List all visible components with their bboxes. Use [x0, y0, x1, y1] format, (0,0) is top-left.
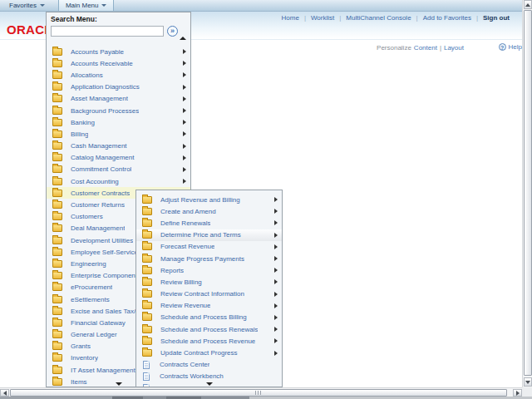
menu-item[interactable]: Asset Management — [47, 93, 190, 105]
folder-icon — [52, 272, 62, 279]
scrollbar-down-button[interactable] — [524, 377, 532, 387]
menu-item-label: Cost Accounting — [71, 178, 119, 185]
submenu-arrow-icon — [274, 327, 278, 332]
submenu-item[interactable]: Schedule and Process Renewals — [136, 323, 282, 335]
sign-out-link[interactable]: Sign out — [483, 14, 510, 22]
submenu-item[interactable]: Review Billing — [136, 276, 282, 288]
submenu-arrow-icon — [274, 268, 278, 273]
submenu-item-label: Contracts Center — [160, 361, 209, 368]
nav-link-home[interactable]: Home — [282, 14, 299, 22]
menu-item[interactable]: Banking — [47, 116, 190, 128]
nav-link-worklist[interactable]: Worklist — [311, 14, 334, 22]
menu-item[interactable]: Allocations — [47, 69, 190, 81]
menu-item[interactable]: Catalog Management — [47, 152, 190, 164]
submenu-item[interactable]: Manage Progress Payments — [136, 253, 282, 264]
nav-separator: | — [476, 14, 478, 22]
submenu-item[interactable]: Reports — [136, 264, 282, 276]
submenu-arrow-icon — [183, 167, 186, 172]
menu-scroll-up-icon[interactable] — [180, 37, 186, 40]
submenu-item[interactable]: Schedule and Process Billing — [136, 312, 282, 323]
menu-search-input[interactable] — [51, 26, 164, 37]
submenu-arrow-icon — [274, 303, 278, 308]
folder-icon — [52, 260, 62, 268]
submenu-item-label: Review Billing — [160, 278, 202, 286]
folder-icon — [142, 337, 152, 345]
menu-item[interactable]: Commitment Control — [47, 164, 190, 175]
vertical-scrollbar[interactable] — [522, 0, 532, 387]
folder-icon — [142, 290, 152, 298]
submenu-item[interactable]: Review Revenue — [136, 300, 282, 312]
horizontal-scrollbar-thumb[interactable] — [10, 389, 507, 397]
menu-item-label: Deal Management — [71, 224, 125, 232]
scrollbar-right-button[interactable] — [513, 389, 522, 397]
folder-icon — [52, 154, 62, 161]
submenu-item[interactable]: Adjust Revenue and Billing — [136, 194, 282, 205]
vertical-scrollbar-thumb[interactable] — [524, 10, 532, 376]
menu-item-label: Customers — [71, 213, 103, 220]
menu-item[interactable]: Cash Management — [47, 140, 190, 152]
menu-item[interactable]: Accounts Payable — [47, 46, 190, 57]
nav-link-add-to-favorites[interactable]: Add to Favorites — [423, 14, 471, 22]
submenu-arrow-icon — [183, 144, 186, 149]
menu-item-label: Commitment Control — [71, 165, 131, 173]
submenu-arrow-icon — [183, 49, 186, 54]
help-link[interactable]: ? Help — [499, 43, 522, 51]
menu-scroll-down-icon[interactable] — [116, 382, 122, 386]
folder-icon — [52, 131, 62, 138]
menu-item[interactable]: Cost Accounting — [47, 175, 190, 187]
search-go-icon[interactable]: » — [167, 26, 178, 37]
submenu-arrow-icon — [183, 155, 186, 160]
folder-icon — [142, 278, 152, 286]
scrollbar-corner — [522, 387, 532, 397]
menu-tab-bar: Favorites Main Menu — [0, 0, 522, 12]
chevron-down-icon — [40, 4, 45, 7]
horizontal-scrollbar[interactable] — [0, 387, 522, 397]
submenu-item[interactable]: Review Contract Information — [136, 288, 282, 300]
menu-item-label: eProcurement — [71, 283, 112, 291]
folder-icon — [142, 208, 152, 215]
submenu-item-label: Determine Price and Terms — [160, 231, 241, 239]
submenu-item[interactable]: Contracts Center — [136, 359, 282, 371]
submenu-list: Adjust Revenue and BillingCreate and Ame… — [136, 194, 282, 387]
submenu-arrow-icon — [274, 233, 278, 238]
nav-link-multichannel-console[interactable]: MultiChannel Console — [346, 14, 411, 22]
menu-item[interactable]: Application Diagnostics — [47, 81, 190, 93]
submenu-item[interactable]: Define Renewals — [136, 217, 282, 229]
folder-icon — [52, 367, 62, 374]
menu-item-label: General Ledger — [71, 331, 117, 338]
scrollbar-up-button[interactable] — [524, 0, 532, 9]
tab-main-menu-label: Main Menu — [66, 2, 99, 9]
menu-item-label: Allocations — [71, 71, 103, 79]
menu-item[interactable]: Billing — [47, 128, 190, 140]
folder-icon — [52, 224, 62, 232]
menu-item-label: IT Asset Management — [71, 367, 135, 374]
search-menu-label: Search Menu: — [51, 15, 186, 23]
menu-item[interactable]: Background Processes — [47, 105, 190, 116]
submenu-item[interactable]: Schedule and Process Revenue — [136, 335, 282, 347]
submenu-item[interactable]: Update Contract Progress — [136, 347, 282, 358]
folder-icon — [52, 190, 62, 197]
personalize-content-link[interactable]: Content — [414, 44, 437, 52]
chevron-down-icon — [101, 4, 106, 7]
submenu-item[interactable]: Forecast Revenue — [136, 241, 282, 253]
scrollbar-left-button[interactable] — [0, 389, 9, 397]
submenu-item[interactable]: Contracts Workbench — [136, 371, 282, 382]
customer-contracts-submenu-panel: Adjust Revenue and BillingCreate and Ame… — [135, 190, 283, 387]
tab-main-menu[interactable]: Main Menu — [58, 0, 115, 11]
folder-icon — [52, 107, 62, 115]
scroll-up-arrow-icon — [525, 3, 530, 7]
tab-favorites[interactable]: Favorites — [2, 0, 52, 11]
submenu-arrow-icon — [183, 179, 186, 184]
layout-link[interactable]: Layout — [444, 44, 464, 52]
submenu-item[interactable]: Create and Amend — [136, 205, 282, 217]
folder-icon — [142, 326, 152, 333]
menu-item-label: Employee Self-Service — [71, 249, 138, 256]
menu-item-label: Customer Contracts — [71, 190, 130, 197]
folder-icon — [52, 83, 62, 91]
submenu-item-label: Reports — [160, 267, 184, 274]
menu-item[interactable]: Accounts Receivable — [47, 57, 190, 69]
folder-icon — [142, 219, 152, 227]
folder-icon — [142, 231, 152, 239]
submenu-item[interactable]: Determine Price and Terms — [136, 229, 282, 241]
submenu-scroll-down-icon[interactable] — [206, 382, 213, 386]
